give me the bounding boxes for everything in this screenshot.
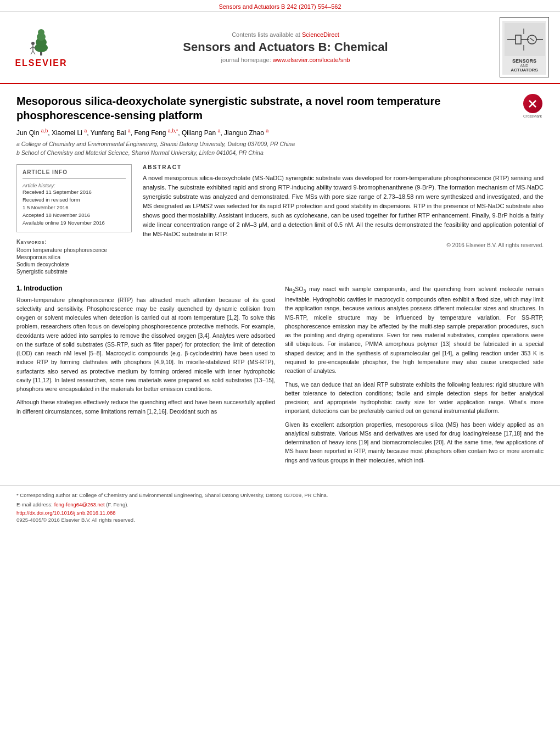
body-right-col: Na2SO3 may react with sample components,… <box>285 284 544 469</box>
authors-text: Jun Qin a,b, Xiaomei Li a, Yunfeng Bai a… <box>16 129 268 137</box>
svg-point-4 <box>38 29 44 36</box>
crossmark-label: CrossMark <box>523 114 542 118</box>
article-info-box: ARTICLE INFO Article history: Received 1… <box>16 164 132 232</box>
svg-line-9 <box>31 51 33 54</box>
keywords-title: Keywords: <box>16 239 132 245</box>
doi-text: http://dx.doi.org/10.1016/j.snb.2016.11.… <box>16 510 116 516</box>
elsevier-brand-text: ELSEVIER <box>15 58 67 68</box>
email-label: E-mail address: <box>16 501 53 507</box>
sensors-logo-inner: SENSORS AND ACTUATORS <box>502 21 546 75</box>
footer-note-text: * Corresponding author at: College of Ch… <box>16 492 328 498</box>
accepted-value: Accepted 18 November 2016 <box>23 212 126 218</box>
article-content: Mesoporous silica-deoxycholate synergist… <box>0 84 560 480</box>
online-value: Available online 19 November 2016 <box>23 220 126 226</box>
abstract-title: ABSTRACT <box>143 164 544 170</box>
abstract-text: A novel mesoporous silica-deoxycholate (… <box>143 174 544 239</box>
elsevier-logo: ELSEVIER <box>11 27 71 68</box>
svg-line-10 <box>33 51 35 54</box>
divider <box>23 178 126 179</box>
affiliations: a College of Chemistry and Environmental… <box>16 140 544 158</box>
article-title-section: Mesoporous silica-deoxycholate synergist… <box>16 94 544 122</box>
journal-ref-text: Sensors and Actuators B 242 (2017) 554–5… <box>219 3 341 10</box>
keyword-4: Synergistic substrate <box>16 269 132 275</box>
abstract-section: ABSTRACT A novel mesoporous silica-deoxy… <box>143 164 544 248</box>
intro-para-1: Room-temperature phosphorescence (RTP) h… <box>16 295 275 394</box>
article-title: Mesoporous silica-deoxycholate synergist… <box>16 94 516 122</box>
homepage-label: journal homepage: <box>221 57 271 63</box>
journal-header: ELSEVIER Contents lists available at Sci… <box>0 12 560 84</box>
right-para-2: Thus, we can deduce that an ideal RTP su… <box>285 380 544 416</box>
actuators-text: ACTUATORS <box>505 68 544 72</box>
footer-corresponding-note: * Corresponding author at: College of Ch… <box>16 492 544 499</box>
svg-point-5 <box>31 42 35 45</box>
body-left-col: 1. Introduction Room-temperature phospho… <box>16 284 275 469</box>
keywords-box: Keywords: Room temperature phosphorescen… <box>16 239 132 275</box>
sensors-logo-box: SENSORS AND ACTUATORS <box>500 17 549 77</box>
history-label: Article history: <box>23 182 126 188</box>
sciencedirect-line: Contents lists available at ScienceDirec… <box>82 31 489 38</box>
journal-reference-bar: Sensors and Actuators B 242 (2017) 554–5… <box>0 0 560 12</box>
footer-doi[interactable]: http://dx.doi.org/10.1016/j.snb.2016.11.… <box>16 510 544 516</box>
affiliation-b: b School of Chemistry and Material Scien… <box>16 149 544 158</box>
and-text: AND <box>505 64 544 68</box>
intro-section-title: 1. Introduction <box>16 284 275 292</box>
crossmark-icon[interactable] <box>523 94 542 113</box>
sensors-text: SENSORS <box>505 58 544 64</box>
crossmark-widget[interactable]: CrossMark <box>522 94 544 118</box>
keyword-1: Room temperature phosphorescence <box>16 247 132 253</box>
right-para-3: Given its excellent adsorption propertie… <box>285 420 544 465</box>
journal-center: Contents lists available at ScienceDirec… <box>71 31 500 63</box>
received-value: Received 11 September 2016 <box>23 189 126 195</box>
keyword-3: Sodium deoxycholate <box>16 261 132 267</box>
journal-homepage-line: journal homepage: www.elsevier.com/locat… <box>82 57 489 63</box>
left-column: ARTICLE INFO Article history: Received 1… <box>16 164 132 276</box>
copyright-line: © 2016 Elsevier B.V. All rights reserved… <box>143 242 544 248</box>
body-two-col: 1. Introduction Room-temperature phospho… <box>16 284 544 469</box>
footer-section: * Corresponding author at: College of Ch… <box>0 486 560 527</box>
email-address[interactable]: feng-feng64@263.net <box>54 501 105 507</box>
elsevier-tree-icon <box>22 27 60 57</box>
affiliation-a: a College of Chemistry and Environmental… <box>16 140 544 149</box>
revised-date: 1 5 November 2016 <box>23 204 126 210</box>
footer-email-line: E-mail address: feng-feng64@263.net (F. … <box>16 501 544 507</box>
revised-label: Received in revised form <box>23 197 126 203</box>
homepage-url[interactable]: www.elsevier.com/locate/snb <box>273 57 350 63</box>
page: Sensors and Actuators B 242 (2017) 554–5… <box>0 0 560 742</box>
article-info-title: ARTICLE INFO <box>23 169 126 175</box>
journal-title: Sensors and Actuators B: Chemical <box>82 40 489 54</box>
authors-line: Jun Qin a,b, Xiaomei Li a, Yunfeng Bai a… <box>16 128 544 137</box>
intro-para-2: Although these strategies effectively re… <box>16 398 275 416</box>
email-suffix: (F. Feng). <box>106 501 128 507</box>
keyword-2: Mesoporous silica <box>16 254 132 260</box>
footer-issn: 0925-4005/© 2016 Elsevier B.V. All right… <box>16 517 544 523</box>
sciencedirect-link-text[interactable]: ScienceDirect <box>302 31 339 38</box>
right-para-1: Na2SO3 may react with sample components,… <box>285 284 544 376</box>
article-info-abstract-section: ARTICLE INFO Article history: Received 1… <box>16 164 544 276</box>
contents-text: Contents lists available at <box>232 31 300 38</box>
right-column: ABSTRACT A novel mesoporous silica-deoxy… <box>143 164 544 276</box>
